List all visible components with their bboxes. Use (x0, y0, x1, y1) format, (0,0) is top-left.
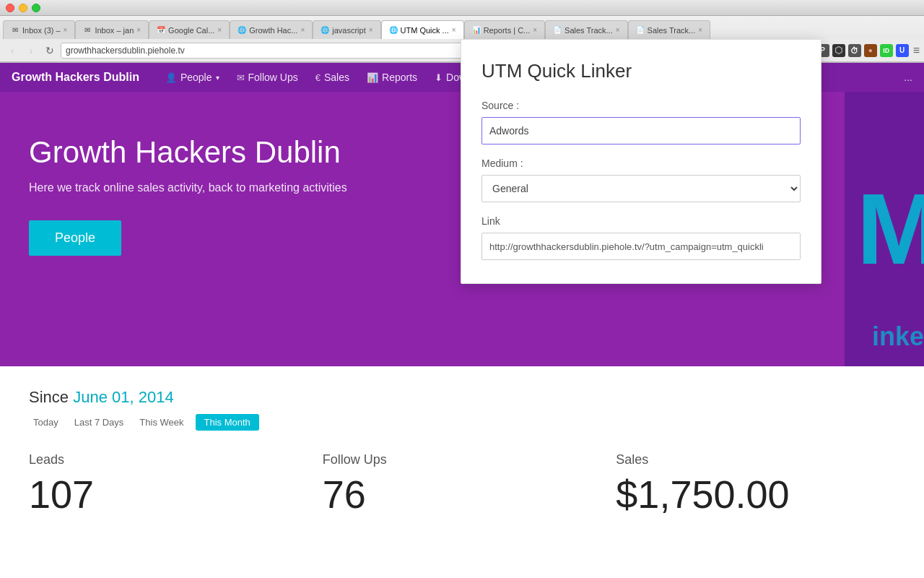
tab-favicon: 📄 (553, 26, 562, 35)
filter-7days-button[interactable]: Last 7 Days (70, 414, 128, 431)
tab-label: javascript (332, 26, 365, 35)
sales-label: Sales (616, 452, 895, 467)
followups-icon: ✉ (237, 72, 245, 83)
tab-close-icon[interactable]: × (369, 26, 373, 34)
tab-close-icon[interactable]: × (136, 26, 141, 34)
utm-modal-title: UTM Quick Linker (481, 60, 801, 82)
tab-close-icon[interactable]: × (698, 26, 702, 34)
reload-button[interactable]: ↻ (42, 43, 58, 59)
metric-leads: Leads 107 (29, 452, 308, 517)
since-line: Since June 01, 2014 (29, 388, 895, 407)
back-button[interactable]: ‹ (4, 43, 20, 59)
leads-label: Leads (29, 452, 308, 467)
tab-reports[interactable]: 📊 Reports | C... × (464, 20, 545, 39)
followups-label: Follow Ups (323, 452, 602, 467)
close-button[interactable] (6, 4, 14, 12)
nav-item-sales[interactable]: € Sales (307, 63, 358, 92)
followups-value: 76 (323, 472, 602, 517)
link-label: Link (481, 215, 801, 227)
people-caret-icon: ▾ (216, 74, 219, 82)
tab-favicon: 🌐 (237, 26, 246, 35)
sales-value: $1,750.00 (616, 472, 895, 517)
tab-gcal[interactable]: 📅 Google Cal... × (149, 20, 230, 39)
ext-id-icon[interactable]: ID (880, 44, 893, 57)
os-titlebar (0, 0, 924, 16)
nav-label-people: People (180, 72, 212, 83)
sales-icon: € (315, 72, 321, 83)
filter-today-button[interactable]: Today (29, 414, 63, 431)
nav-label-followups: Follow Ups (248, 72, 298, 83)
tab-sales-1[interactable]: 📄 Sales Track... × (545, 20, 627, 39)
filter-week-button[interactable]: This Week (135, 414, 188, 431)
people-icon: 👤 (165, 72, 177, 83)
medium-label: Medium : (481, 158, 801, 169)
chrome-menu-icon[interactable]: ≡ (913, 44, 920, 57)
tab-sales-2[interactable]: 📄 Sales Track... × (628, 20, 710, 39)
tab-growth[interactable]: 🌐 Growth Hac... × (230, 20, 313, 39)
tab-inbox-1[interactable]: ✉ Inbox (3) – × (3, 20, 75, 39)
tab-favicon: 📊 (472, 26, 481, 35)
tab-label: Growth Hac... (249, 26, 297, 35)
forward-button[interactable]: › (23, 43, 39, 59)
tabs-bar: ✉ Inbox (3) – × ✉ Inbox – jan × 📅 Google… (0, 16, 924, 39)
tab-favicon: 📄 (636, 26, 645, 35)
tab-close-icon[interactable]: × (217, 26, 222, 34)
nav-right-text: ... (904, 72, 912, 83)
since-label: Since (29, 388, 69, 406)
since-date: June 01, 2014 (73, 388, 173, 406)
app-logo: Growth Hackers Dublin (12, 71, 139, 84)
tab-close-icon[interactable]: × (64, 26, 68, 34)
tab-close-icon[interactable]: × (300, 26, 305, 34)
source-input[interactable] (481, 117, 801, 144)
tab-utm[interactable]: 🌐 UTM Quick ... × (381, 20, 464, 39)
nav-item-reports[interactable]: 📊 Reports (358, 63, 426, 92)
reports-icon: 📊 (367, 72, 378, 83)
ext-u-icon[interactable]: U (896, 44, 909, 57)
link-input[interactable] (481, 233, 801, 260)
tab-label: UTM Quick ... (401, 26, 449, 35)
medium-select[interactable]: General CPC Email Social Organic (481, 175, 801, 202)
tab-js[interactable]: 🌐 javascript × (313, 20, 380, 39)
nav-item-followups[interactable]: ✉ Follow Ups (228, 63, 307, 92)
tab-label: Google Cal... (168, 26, 214, 35)
maximize-button[interactable] (32, 4, 40, 12)
filter-bar: Today Last 7 Days This Week This Month (29, 414, 895, 431)
tab-favicon: 🌐 (389, 26, 398, 35)
tab-close-icon[interactable]: × (616, 26, 620, 34)
tab-favicon: 📅 (157, 26, 165, 35)
metric-followups: Follow Ups 76 (323, 452, 602, 517)
tab-inbox-2[interactable]: ✉ Inbox – jan × (75, 20, 149, 39)
tab-label: Sales Track... (648, 26, 696, 35)
ext-ball-icon[interactable]: ● (864, 44, 877, 57)
tab-label: Inbox (3) – (22, 26, 61, 35)
stats-grid: Leads 107 Follow Ups 76 Sales $1,750.00 (29, 452, 895, 517)
nav-label-reports: Reports (382, 72, 417, 83)
deco-m: M (857, 171, 924, 288)
address-text: growthhackersdublin.piehole.tv (66, 46, 185, 56)
filter-month-button[interactable]: This Month (196, 414, 259, 431)
stats-section: Since June 01, 2014 Today Last 7 Days Th… (0, 366, 924, 538)
tab-favicon: ✉ (11, 26, 19, 35)
deco-inker: inke (872, 322, 924, 352)
tab-favicon: 🌐 (321, 26, 329, 35)
utm-modal: UTM Quick Linker Source : Medium : Gener… (461, 39, 821, 284)
tab-label: Reports | C... (484, 26, 531, 35)
ext-clock-icon[interactable]: ⏱ (848, 44, 861, 57)
tab-label: Sales Track... (565, 26, 613, 35)
metric-sales: Sales $1,750.00 (616, 452, 895, 517)
tab-label: Inbox – jan (95, 26, 134, 35)
tab-favicon: ✉ (83, 26, 92, 35)
source-label: Source : (481, 100, 801, 111)
nav-item-people[interactable]: 👤 People ▾ (157, 63, 228, 92)
tab-close-icon[interactable]: × (452, 26, 456, 34)
browser-extensions: P ⬡ ⏱ ● ID U (816, 44, 909, 57)
minimize-button[interactable] (19, 4, 27, 12)
deco-right: M inke (845, 92, 924, 366)
download-icon: ⬇ (435, 72, 443, 83)
tab-close-icon[interactable]: × (533, 26, 537, 34)
ext-layers-icon[interactable]: ⬡ (832, 44, 845, 57)
nav-label-sales: Sales (324, 72, 349, 83)
hero-cta-button[interactable]: People (29, 220, 121, 256)
leads-value: 107 (29, 472, 308, 517)
